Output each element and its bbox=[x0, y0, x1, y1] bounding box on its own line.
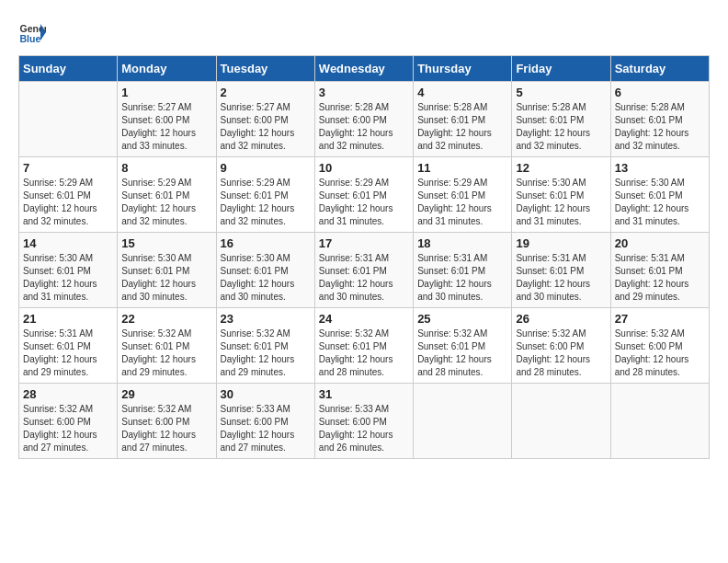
day-number: 31 bbox=[319, 387, 409, 401]
calendar-cell: 18Sunrise: 5:31 AMSunset: 6:01 PMDayligh… bbox=[414, 233, 512, 308]
calendar-cell: 11Sunrise: 5:29 AMSunset: 6:01 PMDayligh… bbox=[414, 157, 512, 233]
calendar-cell: 29Sunrise: 5:32 AMSunset: 6:00 PMDayligh… bbox=[118, 384, 216, 459]
day-info: Sunrise: 5:32 AMSunset: 6:01 PMDaylight:… bbox=[221, 327, 311, 379]
calendar-week-5: 28Sunrise: 5:32 AMSunset: 6:00 PMDayligh… bbox=[19, 384, 710, 459]
header-monday: Monday bbox=[118, 56, 216, 82]
calendar-cell bbox=[610, 384, 709, 459]
calendar-cell: 23Sunrise: 5:32 AMSunset: 6:01 PMDayligh… bbox=[216, 308, 314, 384]
day-number: 3 bbox=[319, 86, 409, 99]
day-info: Sunrise: 5:29 AMSunset: 6:01 PMDaylight:… bbox=[417, 177, 507, 228]
calendar-cell: 24Sunrise: 5:32 AMSunset: 6:01 PMDayligh… bbox=[314, 308, 413, 384]
calendar-cell: 30Sunrise: 5:33 AMSunset: 6:00 PMDayligh… bbox=[216, 384, 314, 459]
day-number: 13 bbox=[615, 161, 705, 175]
day-number: 6 bbox=[615, 86, 705, 99]
header-tuesday: Tuesday bbox=[216, 56, 314, 82]
logo: General Blue bbox=[18, 18, 46, 46]
day-number: 10 bbox=[319, 161, 409, 175]
day-number: 8 bbox=[121, 161, 211, 175]
day-info: Sunrise: 5:28 AMSunset: 6:01 PMDaylight:… bbox=[615, 101, 705, 153]
header-saturday: Saturday bbox=[610, 56, 709, 82]
day-info: Sunrise: 5:32 AMSunset: 6:00 PMDaylight:… bbox=[23, 403, 113, 454]
day-number: 16 bbox=[221, 236, 311, 250]
day-info: Sunrise: 5:32 AMSunset: 6:00 PMDaylight:… bbox=[615, 327, 705, 379]
calendar-cell: 2Sunrise: 5:27 AMSunset: 6:00 PMDaylight… bbox=[216, 82, 314, 157]
day-number: 4 bbox=[417, 86, 507, 99]
calendar-cell: 4Sunrise: 5:28 AMSunset: 6:01 PMDaylight… bbox=[414, 82, 512, 157]
header: General Blue bbox=[18, 18, 710, 46]
calendar-cell: 6Sunrise: 5:28 AMSunset: 6:01 PMDaylight… bbox=[610, 82, 709, 157]
day-number: 21 bbox=[23, 312, 113, 326]
calendar-cell: 28Sunrise: 5:32 AMSunset: 6:00 PMDayligh… bbox=[19, 384, 118, 459]
day-number: 28 bbox=[23, 387, 113, 401]
calendar-cell: 12Sunrise: 5:30 AMSunset: 6:01 PMDayligh… bbox=[512, 157, 610, 233]
svg-text:Blue: Blue bbox=[20, 33, 41, 44]
calendar-cell: 15Sunrise: 5:30 AMSunset: 6:01 PMDayligh… bbox=[118, 233, 216, 308]
day-info: Sunrise: 5:29 AMSunset: 6:01 PMDaylight:… bbox=[121, 177, 211, 228]
day-number: 1 bbox=[121, 86, 211, 99]
day-info: Sunrise: 5:30 AMSunset: 6:01 PMDaylight:… bbox=[23, 252, 113, 304]
day-info: Sunrise: 5:28 AMSunset: 6:00 PMDaylight:… bbox=[319, 101, 409, 153]
calendar-cell: 1Sunrise: 5:27 AMSunset: 6:00 PMDaylight… bbox=[118, 82, 216, 157]
calendar-cell bbox=[19, 82, 118, 157]
calendar-cell: 25Sunrise: 5:32 AMSunset: 6:01 PMDayligh… bbox=[414, 308, 512, 384]
logo-icon: General Blue bbox=[18, 18, 46, 46]
calendar-week-4: 21Sunrise: 5:31 AMSunset: 6:01 PMDayligh… bbox=[19, 308, 710, 384]
calendar-cell: 20Sunrise: 5:31 AMSunset: 6:01 PMDayligh… bbox=[610, 233, 709, 308]
day-info: Sunrise: 5:32 AMSunset: 6:01 PMDaylight:… bbox=[319, 327, 409, 379]
day-info: Sunrise: 5:29 AMSunset: 6:01 PMDaylight:… bbox=[23, 177, 113, 228]
day-number: 23 bbox=[221, 312, 311, 326]
calendar-cell: 27Sunrise: 5:32 AMSunset: 6:00 PMDayligh… bbox=[610, 308, 709, 384]
header-friday: Friday bbox=[512, 56, 610, 82]
day-info: Sunrise: 5:32 AMSunset: 6:00 PMDaylight:… bbox=[516, 327, 606, 379]
header-thursday: Thursday bbox=[414, 56, 512, 82]
calendar-cell: 7Sunrise: 5:29 AMSunset: 6:01 PMDaylight… bbox=[19, 157, 118, 233]
day-number: 18 bbox=[417, 236, 507, 250]
day-number: 14 bbox=[23, 236, 113, 250]
calendar-cell: 31Sunrise: 5:33 AMSunset: 6:00 PMDayligh… bbox=[314, 384, 413, 459]
day-number: 20 bbox=[615, 236, 705, 250]
day-number: 27 bbox=[615, 312, 705, 326]
day-number: 5 bbox=[516, 86, 606, 99]
day-info: Sunrise: 5:28 AMSunset: 6:01 PMDaylight:… bbox=[516, 101, 606, 153]
day-info: Sunrise: 5:30 AMSunset: 6:01 PMDaylight:… bbox=[516, 177, 606, 228]
calendar-cell: 26Sunrise: 5:32 AMSunset: 6:00 PMDayligh… bbox=[512, 308, 610, 384]
day-number: 26 bbox=[516, 312, 606, 326]
day-number: 12 bbox=[516, 161, 606, 175]
day-number: 25 bbox=[417, 312, 507, 326]
day-number: 17 bbox=[319, 236, 409, 250]
day-info: Sunrise: 5:33 AMSunset: 6:00 PMDaylight:… bbox=[319, 403, 409, 454]
calendar-week-2: 7Sunrise: 5:29 AMSunset: 6:01 PMDaylight… bbox=[19, 157, 710, 233]
day-info: Sunrise: 5:28 AMSunset: 6:01 PMDaylight:… bbox=[417, 101, 507, 153]
day-number: 24 bbox=[319, 312, 409, 326]
header-row: Sunday Monday Tuesday Wednesday Thursday… bbox=[19, 56, 710, 82]
header-sunday: Sunday bbox=[19, 56, 118, 82]
day-info: Sunrise: 5:31 AMSunset: 6:01 PMDaylight:… bbox=[615, 252, 705, 304]
calendar-cell: 13Sunrise: 5:30 AMSunset: 6:01 PMDayligh… bbox=[610, 157, 709, 233]
day-info: Sunrise: 5:31 AMSunset: 6:01 PMDaylight:… bbox=[516, 252, 606, 304]
day-number: 15 bbox=[121, 236, 211, 250]
calendar-week-3: 14Sunrise: 5:30 AMSunset: 6:01 PMDayligh… bbox=[19, 233, 710, 308]
day-number: 11 bbox=[417, 161, 507, 175]
day-number: 29 bbox=[121, 387, 211, 401]
calendar-cell: 19Sunrise: 5:31 AMSunset: 6:01 PMDayligh… bbox=[512, 233, 610, 308]
day-number: 19 bbox=[516, 236, 606, 250]
day-number: 7 bbox=[23, 161, 113, 175]
calendar-cell: 8Sunrise: 5:29 AMSunset: 6:01 PMDaylight… bbox=[118, 157, 216, 233]
header-wednesday: Wednesday bbox=[314, 56, 413, 82]
day-info: Sunrise: 5:33 AMSunset: 6:00 PMDaylight:… bbox=[221, 403, 311, 454]
calendar-week-1: 1Sunrise: 5:27 AMSunset: 6:00 PMDaylight… bbox=[19, 82, 710, 157]
day-number: 22 bbox=[121, 312, 211, 326]
day-info: Sunrise: 5:31 AMSunset: 6:01 PMDaylight:… bbox=[417, 252, 507, 304]
day-number: 9 bbox=[221, 161, 311, 175]
day-info: Sunrise: 5:32 AMSunset: 6:00 PMDaylight:… bbox=[121, 403, 211, 454]
calendar-cell: 10Sunrise: 5:29 AMSunset: 6:01 PMDayligh… bbox=[314, 157, 413, 233]
calendar-cell: 17Sunrise: 5:31 AMSunset: 6:01 PMDayligh… bbox=[314, 233, 413, 308]
day-number: 30 bbox=[221, 387, 311, 401]
day-info: Sunrise: 5:30 AMSunset: 6:01 PMDaylight:… bbox=[221, 252, 311, 304]
calendar-cell: 5Sunrise: 5:28 AMSunset: 6:01 PMDaylight… bbox=[512, 82, 610, 157]
calendar-body: 1Sunrise: 5:27 AMSunset: 6:00 PMDaylight… bbox=[19, 82, 710, 459]
day-info: Sunrise: 5:32 AMSunset: 6:01 PMDaylight:… bbox=[121, 327, 211, 379]
calendar-cell: 21Sunrise: 5:31 AMSunset: 6:01 PMDayligh… bbox=[19, 308, 118, 384]
day-number: 2 bbox=[221, 86, 311, 99]
calendar-cell bbox=[414, 384, 512, 459]
